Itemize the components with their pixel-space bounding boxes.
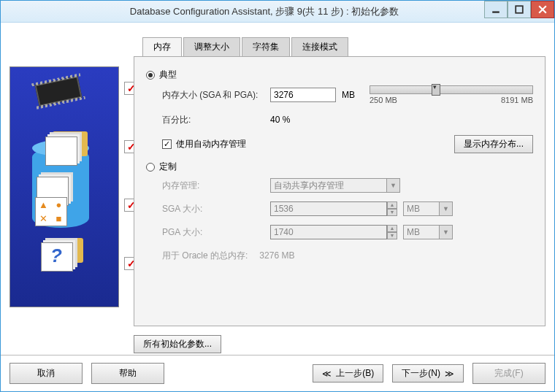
close-button[interactable] [531,1,554,18]
percent-value: 40 % [270,115,290,125]
sga-size-label: SGA 大小: [162,203,264,215]
pga-unit-value: MB [403,225,440,239]
slider-thumb[interactable] [432,84,440,96]
next-button-label: 下一步(N) [402,367,440,380]
maximize-button[interactable] [508,1,531,18]
radio-custom[interactable] [146,163,155,172]
auto-memory-label: 使用自动内存管理 [176,138,246,150]
radio-custom-label: 定制 [159,161,177,173]
back-button[interactable]: ≪ 上一步(B) [313,364,383,383]
radio-typical-row[interactable]: 典型 [146,69,533,81]
app-window: Database Configuration Assistant, 步骤 9(共… [0,0,555,392]
tab-sizing[interactable]: 调整大小 [183,37,240,56]
chevron-down-icon: ▼ [440,201,453,216]
slider-min-label: 250 MB [370,96,397,104]
spinner-up-icon: ▲ [387,225,397,232]
spinner-down-icon: ▼ [387,209,397,216]
wizard-sidebar-image: ▲●✕■ [9,66,119,307]
memory-management-value: 自动共享内存管理 [270,178,387,193]
spinner-down-icon: ▼ [387,232,397,239]
percent-label: 百分比: [162,114,264,126]
tab-charset[interactable]: 字符集 [242,37,290,56]
chevron-left-icon: ≪ [322,369,332,379]
memory-size-label: 内存大小 (SGA 和 PGA): [162,89,264,101]
memory-size-unit: MB [342,90,364,100]
pga-size-input [270,225,387,239]
back-button-label: 上一步(B) [336,367,374,380]
minimize-button[interactable] [484,1,508,18]
total-memory-label: 用于 Oracle 的总内存: [162,250,248,262]
radio-typical[interactable] [146,71,155,80]
tab-panel-memory: 典型 内存大小 (SGA 和 PGA): MB 250 MB [134,56,546,326]
svg-rect-1 [516,6,523,13]
sga-size-input [270,201,387,216]
radio-custom-row[interactable]: 定制 [146,161,533,173]
help-button[interactable]: 帮助 [91,363,164,384]
tab-memory[interactable]: 内存 [142,37,182,56]
papers-icon [45,137,77,166]
chip-icon [35,76,83,107]
memory-size-slider[interactable] [370,85,533,94]
pga-size-label: PGA 大小: [162,226,264,239]
sga-unit-value: MB [403,201,440,216]
total-memory-value: 3276 MB [259,250,294,261]
memory-management-label: 内存管理: [162,180,264,192]
next-button[interactable]: 下一步(N) ≫ [392,364,464,383]
sga-unit-select: MB ▼ [403,201,453,216]
spinner-up-icon: ▲ [387,201,397,209]
radio-typical-label: 典型 [159,69,177,81]
titlebar: Database Configuration Assistant, 步骤 9(共… [1,1,554,23]
chevron-right-icon: ≫ [445,369,454,379]
slider-max-label: 8191 MB [501,96,533,104]
auto-memory-checkbox[interactable] [162,139,172,149]
papers-question-icon [41,242,73,272]
window-title: Database Configuration Assistant, 步骤 9(共… [45,5,484,18]
chevron-down-icon: ▼ [387,178,400,193]
tab-strip: 内存 调整大小 字符集 连接模式 [142,37,546,56]
wizard-footer: 取消 帮助 ≪ 上一步(B) 下一步(N) ≫ 完成(F) [1,355,554,391]
memory-size-input[interactable] [270,88,336,102]
shapes-icon: ▲●✕■ [35,197,67,226]
pga-unit-select: MB ▼ [403,225,453,239]
memory-management-select: 自动共享内存管理 ▼ [270,178,400,193]
show-memory-distribution-button[interactable]: 显示内存分布... [454,135,533,153]
chevron-down-icon: ▼ [440,225,453,239]
all-init-params-button[interactable]: 所有初始化参数... [134,335,221,353]
finish-button: 完成(F) [472,363,546,384]
tab-connection-mode[interactable]: 连接模式 [291,37,348,56]
cancel-button[interactable]: 取消 [9,363,83,384]
